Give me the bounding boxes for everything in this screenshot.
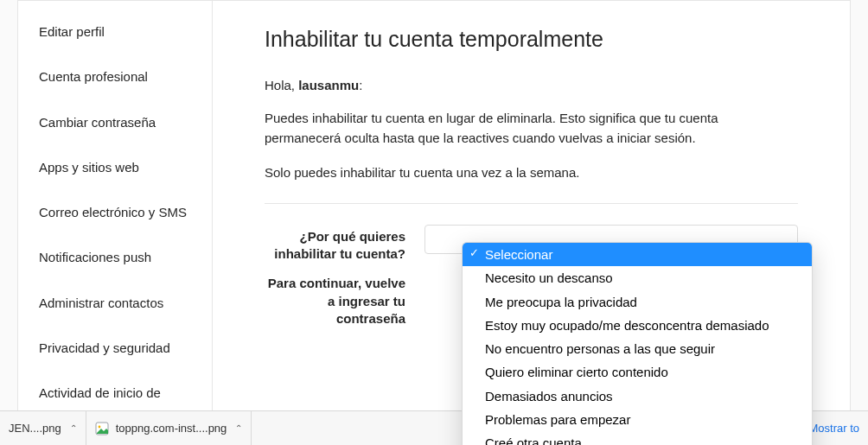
- settings-sidebar: Editar perfil Cuenta profesional Cambiar…: [18, 1, 213, 431]
- dropdown-option-problemas-empezar[interactable]: Problemas para empezar: [463, 408, 812, 431]
- dropdown-option-label: No encuentro personas a las que seguir: [485, 341, 715, 356]
- dropdown-option-label: Estoy muy ocupado/me desconcentra demasi…: [485, 318, 769, 333]
- chevron-up-icon: ⌃: [235, 423, 242, 433]
- download-filename: toppng.com-inst....png: [116, 422, 227, 435]
- dropdown-option-label: Creé otra cuenta: [485, 435, 582, 445]
- sidebar-item-edit-profile[interactable]: Editar perfil: [18, 10, 212, 54]
- page-title: Inhabilitar tu cuenta temporalmente: [265, 27, 798, 52]
- dropdown-option-otra-cuenta[interactable]: Creé otra cuenta: [463, 431, 812, 445]
- sidebar-item-email-sms[interactable]: Correo electrónico y SMS: [18, 190, 212, 235]
- dropdown-option-privacidad[interactable]: Me preocupa la privacidad: [463, 290, 812, 314]
- dropdown-option-label: Necesito un descanso: [485, 270, 613, 285]
- dropdown-option-ocupado[interactable]: Estoy muy ocupado/me desconcentra demasi…: [463, 314, 812, 337]
- sidebar-item-change-password[interactable]: Cambiar contraseña: [18, 100, 212, 145]
- dropdown-option-label: Me preocupa la privacidad: [485, 295, 637, 309]
- dropdown-option-label: Demasiados anuncios: [485, 389, 613, 404]
- sidebar-item-manage-contacts[interactable]: Administrar contactos: [18, 281, 212, 326]
- chevron-up-icon: ⌃: [70, 423, 77, 433]
- dropdown-option-no-personas[interactable]: No encuentro personas a las que seguir: [463, 337, 812, 360]
- sidebar-item-push-notifications[interactable]: Notificaciones push: [18, 235, 212, 280]
- greeting-prefix: Hola,: [265, 78, 298, 92]
- dropdown-option-label: Seleccionar: [485, 247, 552, 262]
- dropdown-option-label: Quiero eliminar cierto contenido: [485, 365, 668, 379]
- info-paragraph-2: Solo puedes inhabilitar tu cuenta una ve…: [265, 162, 798, 182]
- sidebar-item-privacy-security[interactable]: Privacidad y seguridad: [18, 326, 212, 371]
- dropdown-option-eliminar-contenido[interactable]: Quiero eliminar cierto contenido: [463, 360, 812, 384]
- check-icon: ✓: [469, 245, 479, 262]
- download-item-2[interactable]: toppng.com-inst....png ⌃: [86, 411, 252, 445]
- image-file-icon: [95, 422, 109, 435]
- dropdown-option-descanso[interactable]: Necesito un descanso: [463, 266, 812, 289]
- dropdown-option-anuncios[interactable]: Demasiados anuncios: [463, 385, 812, 408]
- dropdown-option-seleccionar[interactable]: ✓ Seleccionar: [463, 243, 812, 266]
- download-item-1[interactable]: JEN....png ⌃: [0, 411, 86, 445]
- info-paragraph-1: Puedes inhabilitar tu cuenta en lugar de…: [265, 108, 798, 149]
- reason-label: ¿Por qué quieres inhabilitar tu cuenta?: [265, 225, 424, 264]
- greeting-username: lausanmu: [298, 78, 359, 92]
- password-label: Para continuar, vuelve a ingresar tu con…: [265, 271, 424, 327]
- greeting-suffix: :: [359, 78, 362, 92]
- reason-dropdown-menu: ✓ Seleccionar Necesito un descanso Me pr…: [462, 242, 813, 445]
- sidebar-item-login-activity[interactable]: Actividad de inicio de: [18, 371, 212, 416]
- svg-point-1: [98, 425, 100, 428]
- greeting-line: Hola, lausanmu:: [265, 78, 798, 92]
- download-filename: JEN....png: [9, 422, 61, 435]
- dropdown-option-label: Problemas para empezar: [485, 412, 630, 427]
- section-divider: [265, 203, 798, 204]
- sidebar-item-apps-websites[interactable]: Apps y sitios web: [18, 145, 212, 190]
- sidebar-item-professional-account[interactable]: Cuenta profesional: [18, 54, 212, 99]
